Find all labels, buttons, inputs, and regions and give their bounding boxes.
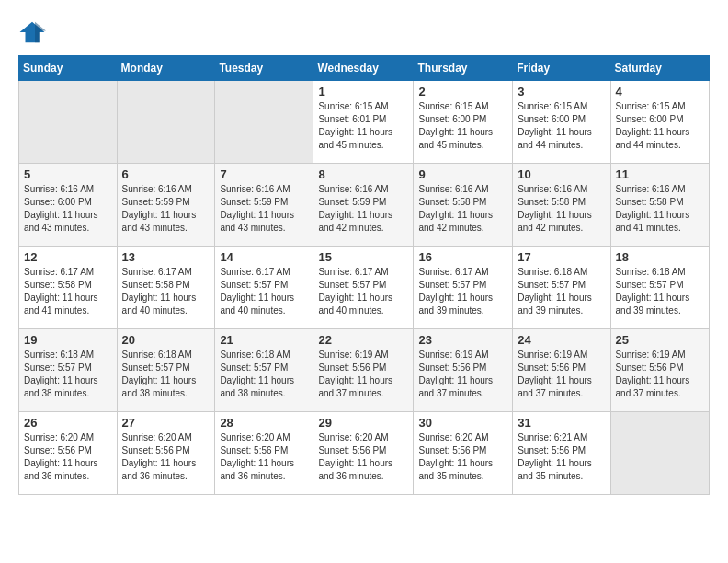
day-cell: 8Sunrise: 6:16 AM Sunset: 5:59 PM Daylig… <box>313 164 414 247</box>
day-info: Sunrise: 6:16 AM Sunset: 5:59 PM Dayligh… <box>122 183 210 235</box>
day-cell: 27Sunrise: 6:20 AM Sunset: 5:56 PM Dayli… <box>117 412 215 495</box>
day-info: Sunrise: 6:16 AM Sunset: 5:59 PM Dayligh… <box>318 183 408 235</box>
day-number: 29 <box>318 416 408 430</box>
day-cell: 29Sunrise: 6:20 AM Sunset: 5:56 PM Dayli… <box>313 412 414 495</box>
day-number: 24 <box>518 333 605 347</box>
day-info: Sunrise: 6:20 AM Sunset: 5:56 PM Dayligh… <box>24 431 112 483</box>
day-info: Sunrise: 6:17 AM Sunset: 5:57 PM Dayligh… <box>418 266 507 317</box>
day-cell: 7Sunrise: 6:16 AM Sunset: 5:59 PM Daylig… <box>215 164 313 247</box>
day-cell: 6Sunrise: 6:16 AM Sunset: 5:59 PM Daylig… <box>117 164 215 247</box>
day-cell <box>215 81 313 164</box>
day-number: 6 <box>122 167 210 181</box>
day-cell: 31Sunrise: 6:21 AM Sunset: 5:56 PM Dayli… <box>513 412 610 495</box>
day-number: 5 <box>24 167 112 181</box>
day-info: Sunrise: 6:19 AM Sunset: 5:56 PM Dayligh… <box>418 349 507 400</box>
day-number: 3 <box>518 85 605 98</box>
day-info: Sunrise: 6:20 AM Sunset: 5:56 PM Dayligh… <box>220 431 308 483</box>
day-number: 28 <box>220 416 308 430</box>
day-cell: 10Sunrise: 6:16 AM Sunset: 5:58 PM Dayli… <box>513 164 610 247</box>
week-row-5: 26Sunrise: 6:20 AM Sunset: 5:56 PM Dayli… <box>19 412 710 495</box>
day-cell: 17Sunrise: 6:18 AM Sunset: 5:57 PM Dayli… <box>513 247 610 329</box>
day-cell: 26Sunrise: 6:20 AM Sunset: 5:56 PM Dayli… <box>19 412 118 495</box>
day-info: Sunrise: 6:18 AM Sunset: 5:57 PM Dayligh… <box>518 266 605 317</box>
weekday-header-sunday: Sunday <box>19 56 118 81</box>
day-cell: 30Sunrise: 6:20 AM Sunset: 5:56 PM Dayli… <box>414 412 513 495</box>
day-cell: 25Sunrise: 6:19 AM Sunset: 5:56 PM Dayli… <box>610 329 709 412</box>
calendar-header: SundayMondayTuesdayWednesdayThursdayFrid… <box>19 56 710 81</box>
day-number: 8 <box>318 167 408 181</box>
day-cell: 28Sunrise: 6:20 AM Sunset: 5:56 PM Dayli… <box>215 412 313 495</box>
day-info: Sunrise: 6:17 AM Sunset: 5:57 PM Dayligh… <box>318 266 408 317</box>
day-number: 21 <box>220 333 308 347</box>
day-cell: 23Sunrise: 6:19 AM Sunset: 5:56 PM Dayli… <box>414 329 513 412</box>
day-number: 4 <box>616 85 704 98</box>
day-number: 22 <box>318 333 408 347</box>
day-info: Sunrise: 6:16 AM Sunset: 5:58 PM Dayligh… <box>616 183 704 235</box>
day-cell: 24Sunrise: 6:19 AM Sunset: 5:56 PM Dayli… <box>513 329 610 412</box>
day-info: Sunrise: 6:18 AM Sunset: 5:57 PM Dayligh… <box>616 266 704 317</box>
weekday-header-wednesday: Wednesday <box>313 56 414 81</box>
week-row-3: 12Sunrise: 6:17 AM Sunset: 5:58 PM Dayli… <box>19 247 710 329</box>
day-number: 2 <box>418 85 507 98</box>
day-number: 18 <box>616 250 704 264</box>
calendar-table: SundayMondayTuesdayWednesdayThursdayFrid… <box>18 55 710 495</box>
weekday-header-thursday: Thursday <box>414 56 513 81</box>
week-row-1: 1Sunrise: 6:15 AM Sunset: 6:01 PM Daylig… <box>19 81 710 164</box>
day-number: 26 <box>24 416 112 430</box>
day-info: Sunrise: 6:17 AM Sunset: 5:57 PM Dayligh… <box>220 266 308 317</box>
weekday-header-tuesday: Tuesday <box>215 56 313 81</box>
day-cell: 9Sunrise: 6:16 AM Sunset: 5:58 PM Daylig… <box>414 164 513 247</box>
day-info: Sunrise: 6:15 AM Sunset: 6:00 PM Dayligh… <box>518 100 605 152</box>
weekday-header-monday: Monday <box>117 56 215 81</box>
day-info: Sunrise: 6:19 AM Sunset: 5:56 PM Dayligh… <box>318 349 408 400</box>
day-info: Sunrise: 6:16 AM Sunset: 5:59 PM Dayligh… <box>220 183 308 235</box>
day-cell: 19Sunrise: 6:18 AM Sunset: 5:57 PM Dayli… <box>19 329 118 412</box>
day-number: 14 <box>220 250 308 264</box>
day-number: 27 <box>122 416 210 430</box>
day-cell: 12Sunrise: 6:17 AM Sunset: 5:58 PM Dayli… <box>19 247 118 329</box>
logo <box>18 18 51 46</box>
day-info: Sunrise: 6:16 AM Sunset: 5:58 PM Dayligh… <box>418 183 507 235</box>
day-cell: 21Sunrise: 6:18 AM Sunset: 5:57 PM Dayli… <box>215 329 313 412</box>
day-info: Sunrise: 6:19 AM Sunset: 5:56 PM Dayligh… <box>518 349 605 400</box>
day-number: 1 <box>318 85 408 98</box>
day-cell <box>117 81 215 164</box>
week-row-2: 5Sunrise: 6:16 AM Sunset: 6:00 PM Daylig… <box>19 164 710 247</box>
day-number: 11 <box>616 167 704 181</box>
day-info: Sunrise: 6:18 AM Sunset: 5:57 PM Dayligh… <box>122 349 210 400</box>
day-cell: 18Sunrise: 6:18 AM Sunset: 5:57 PM Dayli… <box>610 247 709 329</box>
day-cell: 20Sunrise: 6:18 AM Sunset: 5:57 PM Dayli… <box>117 329 215 412</box>
weekday-header-friday: Friday <box>513 56 610 81</box>
logo-icon <box>18 18 46 46</box>
day-cell: 14Sunrise: 6:17 AM Sunset: 5:57 PM Dayli… <box>215 247 313 329</box>
day-info: Sunrise: 6:16 AM Sunset: 5:58 PM Dayligh… <box>518 183 605 235</box>
day-number: 23 <box>418 333 507 347</box>
day-cell <box>610 412 709 495</box>
day-cell: 13Sunrise: 6:17 AM Sunset: 5:58 PM Dayli… <box>117 247 215 329</box>
day-number: 20 <box>122 333 210 347</box>
day-cell: 11Sunrise: 6:16 AM Sunset: 5:58 PM Dayli… <box>610 164 709 247</box>
weekday-header-saturday: Saturday <box>610 56 709 81</box>
day-info: Sunrise: 6:18 AM Sunset: 5:57 PM Dayligh… <box>220 349 308 400</box>
day-cell: 2Sunrise: 6:15 AM Sunset: 6:00 PM Daylig… <box>414 81 513 164</box>
calendar-body: 1Sunrise: 6:15 AM Sunset: 6:01 PM Daylig… <box>19 81 710 495</box>
day-info: Sunrise: 6:18 AM Sunset: 5:57 PM Dayligh… <box>24 349 112 400</box>
day-info: Sunrise: 6:20 AM Sunset: 5:56 PM Dayligh… <box>318 431 408 483</box>
day-info: Sunrise: 6:20 AM Sunset: 5:56 PM Dayligh… <box>122 431 210 483</box>
day-cell <box>19 81 118 164</box>
day-number: 12 <box>24 250 112 264</box>
day-info: Sunrise: 6:21 AM Sunset: 5:56 PM Dayligh… <box>518 431 605 483</box>
day-number: 30 <box>418 416 507 430</box>
day-cell: 5Sunrise: 6:16 AM Sunset: 6:00 PM Daylig… <box>19 164 118 247</box>
day-number: 25 <box>616 333 704 347</box>
day-info: Sunrise: 6:17 AM Sunset: 5:58 PM Dayligh… <box>24 266 112 317</box>
day-number: 31 <box>518 416 605 430</box>
day-number: 10 <box>518 167 605 181</box>
day-number: 7 <box>220 167 308 181</box>
day-cell: 22Sunrise: 6:19 AM Sunset: 5:56 PM Dayli… <box>313 329 414 412</box>
day-number: 19 <box>24 333 112 347</box>
day-number: 17 <box>518 250 605 264</box>
day-cell: 3Sunrise: 6:15 AM Sunset: 6:00 PM Daylig… <box>513 81 610 164</box>
day-number: 13 <box>122 250 210 264</box>
day-info: Sunrise: 6:20 AM Sunset: 5:56 PM Dayligh… <box>418 431 507 483</box>
